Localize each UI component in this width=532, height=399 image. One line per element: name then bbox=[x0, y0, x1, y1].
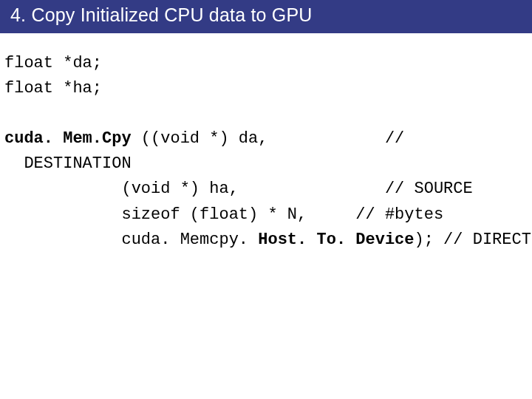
code-line-1: float *da; bbox=[4, 54, 102, 72]
code-line-5: sizeof (float) * N, // #bytes bbox=[4, 205, 443, 224]
code-bold-func: cuda. Mem.Cpy bbox=[4, 129, 132, 148]
code-line-3b: DESTINATION bbox=[4, 154, 132, 173]
code-line-6a: cuda. Memcpy. bbox=[4, 231, 258, 249]
code-bold-direction: Host. To. Device bbox=[258, 231, 414, 249]
code-line-2: float *ha; bbox=[4, 79, 102, 98]
code-block: float *da; float *ha; cuda. Mem.Cpy ((vo… bbox=[0, 33, 532, 253]
code-line-3a: ((void *) da, // bbox=[132, 129, 405, 148]
code-line-6b: ); // DIRECTION bbox=[415, 231, 533, 249]
code-line-4: (void *) ha, // SOURCE bbox=[4, 180, 473, 198]
slide-title: 4. Copy Initialized CPU data to GPU bbox=[0, 0, 532, 33]
